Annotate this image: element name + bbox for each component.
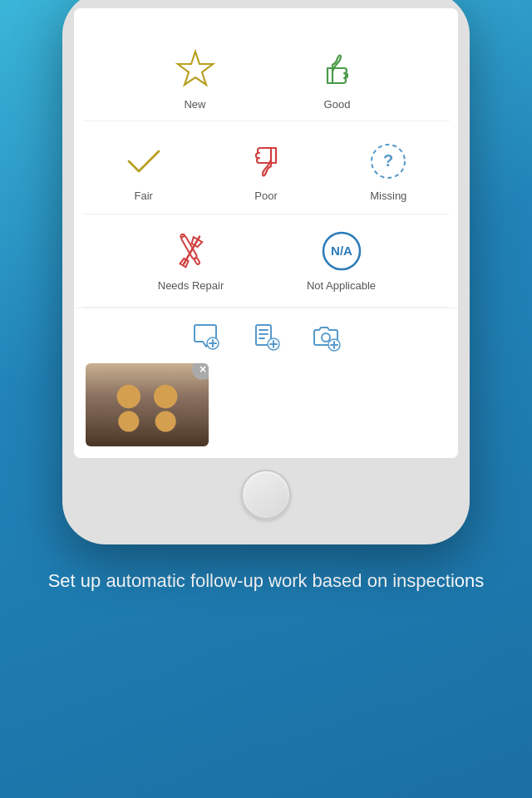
rating-item-poor[interactable]: Poor [204,130,327,209]
phone-screen: New Good [74,8,458,458]
needs-repair-label: Needs Repair [158,279,224,292]
home-button[interactable] [241,470,291,520]
bottom-text: Set up automatic follow-up work based on… [48,570,485,591]
fair-label: Fair [134,190,152,202]
phone-shell: New Good [62,0,470,544]
rating-item-not-applicable[interactable]: N/A Not Applicable [266,219,416,298]
rating-item-missing[interactable]: ? Missing [328,130,450,209]
not-applicable-icon: N/A [318,228,365,274]
rating-grid-row1: New Good [74,32,458,121]
rating-item-good[interactable]: Good [266,38,408,117]
bottom-text-section: Set up automatic follow-up work based on… [7,544,526,594]
status-bar [74,8,458,32]
action-bar [74,308,458,363]
svg-text:N/A: N/A [331,244,352,258]
good-label: Good [324,98,351,111]
new-label: New [184,98,205,111]
stove-image [86,363,209,446]
rating-item-fair[interactable]: Fair [82,130,204,209]
add-photo-button[interactable] [309,320,342,353]
photo-section: × [74,363,458,458]
add-comment-button[interactable] [190,320,223,353]
needs-repair-icon [168,228,214,274]
photo-thumbnail: × [86,363,209,446]
good-icon [314,47,361,93]
svg-text:?: ? [383,151,393,170]
fair-icon [121,138,167,185]
svg-point-18 [322,333,330,342]
new-icon [172,47,219,93]
poor-icon [243,138,289,185]
poor-label: Poor [254,190,277,202]
svg-marker-0 [178,52,213,85]
rating-grid-row3: Needs Repair N/A Not Applicable [74,214,458,307]
rating-item-new[interactable]: New [124,38,266,117]
rating-grid-row2: Fair Poor ? [74,121,458,214]
not-applicable-label: Not Applicable [307,279,376,292]
rating-item-needs-repair[interactable]: Needs Repair [116,219,266,298]
svg-rect-4 [194,258,200,265]
missing-icon: ? [365,138,411,185]
add-document-button[interactable] [249,320,283,353]
missing-label: Missing [370,190,406,202]
